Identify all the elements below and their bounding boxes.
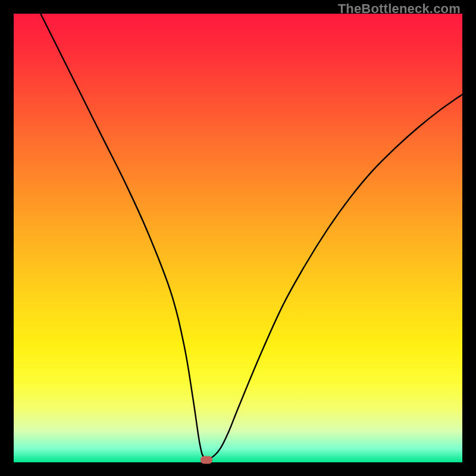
optimal-point-marker xyxy=(201,456,212,464)
bottleneck-curve xyxy=(14,14,462,462)
chart-frame: TheBottleneck.com xyxy=(0,0,476,476)
plot-area xyxy=(14,14,462,462)
